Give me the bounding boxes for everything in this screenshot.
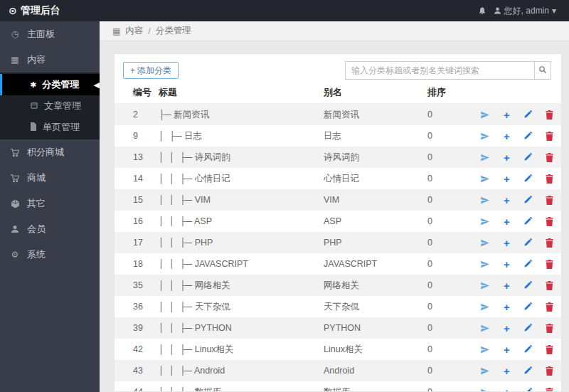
edit-button[interactable] [523, 281, 532, 290]
user-menu[interactable]: 您好, admin ▾ [494, 5, 556, 17]
row-id: 35 [133, 280, 159, 290]
grid-icon: ▦ [112, 26, 120, 36]
edit-button[interactable] [523, 324, 532, 332]
delete-button[interactable] [546, 196, 553, 205]
breadcrumb-current: 分类管理 [156, 25, 191, 37]
sidebar-item-content[interactable]: ▦ 内容 [0, 47, 100, 73]
search-button[interactable] [534, 61, 551, 80]
push-button[interactable] [480, 345, 490, 354]
add-child-button[interactable]: + [504, 344, 510, 355]
bell-icon[interactable] [478, 6, 486, 16]
app-logo[interactable]: ⊙ 管理后台 [0, 4, 100, 17]
cart-icon [10, 174, 20, 183]
edit-button[interactable] [523, 302, 532, 311]
add-child-button[interactable]: + [504, 131, 510, 142]
push-button[interactable] [480, 324, 490, 333]
delete-button[interactable] [546, 174, 553, 184]
row-alias: PHP [324, 238, 427, 248]
edit-button[interactable] [523, 174, 532, 183]
edit-button[interactable] [523, 366, 532, 375]
delete-button[interactable] [546, 217, 553, 226]
sidebar-item-system[interactable]: ⚙ 系统 [0, 242, 100, 267]
add-child-button[interactable]: + [504, 195, 510, 206]
sidebar-item-label: 系统 [27, 248, 46, 261]
edit-button[interactable] [523, 260, 532, 268]
edit-button[interactable] [523, 132, 532, 140]
delete-button[interactable] [546, 281, 553, 290]
paper-plane-icon [480, 153, 490, 162]
add-child-button[interactable]: + [504, 259, 510, 270]
push-button[interactable] [480, 238, 490, 248]
delete-button[interactable] [546, 345, 553, 354]
plus-icon: + [504, 131, 510, 142]
add-child-button[interactable]: + [504, 238, 510, 248]
edit-button[interactable] [523, 153, 532, 161]
delete-button[interactable] [546, 238, 553, 248]
row-sort: 0 [427, 280, 480, 290]
push-button[interactable] [480, 388, 490, 392]
push-button[interactable] [480, 174, 490, 184]
push-button[interactable] [480, 196, 490, 205]
sidebar-item-page-management[interactable]: 单页管理 [0, 117, 100, 138]
row-alias: VIM [324, 195, 427, 205]
edit-button[interactable] [523, 217, 532, 226]
add-child-button[interactable]: + [504, 110, 510, 120]
delete-button[interactable] [546, 388, 553, 392]
row-id: 2 [133, 110, 159, 120]
push-button[interactable] [480, 217, 490, 226]
row-alias: 新闻资讯 [324, 109, 427, 121]
add-child-button[interactable]: + [504, 152, 510, 163]
sidebar-item-dashboard[interactable]: ◷ 主面板 [0, 21, 100, 47]
add-category-button[interactable]: + 添加分类 [123, 62, 179, 79]
delete-button[interactable] [546, 302, 553, 312]
add-child-button[interactable]: + [504, 323, 510, 334]
add-child-button[interactable]: + [504, 280, 510, 291]
edit-button[interactable] [523, 196, 532, 204]
row-sort: 0 [427, 110, 480, 120]
sidebar-item-label: 文章管理 [44, 100, 81, 112]
sidebar-item-mall[interactable]: 商城 [0, 165, 100, 191]
paper-plane-icon [480, 238, 490, 248]
sidebar-item-label: 内容 [27, 53, 46, 66]
table-row: 36 │ │ ├─ 天下杂侃 天下杂侃 0 + [115, 296, 561, 317]
push-button[interactable] [480, 260, 490, 269]
edit-button[interactable] [523, 110, 532, 119]
row-title: │ │ ├─ 网络相关 [159, 280, 324, 292]
delete-button[interactable] [546, 110, 553, 120]
push-button[interactable] [480, 281, 490, 290]
row-id: 17 [133, 238, 159, 248]
push-button[interactable] [480, 132, 490, 141]
paper-plane-icon [480, 388, 490, 392]
add-child-button[interactable]: + [504, 174, 510, 184]
push-button[interactable] [480, 110, 490, 120]
push-button[interactable] [480, 302, 490, 312]
edit-button[interactable] [523, 238, 532, 247]
plus-icon: + [504, 280, 510, 291]
edit-button[interactable] [523, 388, 532, 392]
sidebar-item-category-management[interactable]: ✱ 分类管理 ◀ [0, 74, 100, 95]
plus-icon: + [504, 110, 510, 120]
delete-button[interactable] [546, 260, 553, 269]
delete-button[interactable] [546, 153, 553, 162]
push-button[interactable] [480, 153, 490, 162]
delete-button[interactable] [546, 366, 553, 376]
add-child-button[interactable]: + [504, 366, 510, 376]
pencil-icon [523, 366, 532, 375]
sidebar-item-label: 分类管理 [42, 78, 79, 91]
delete-button[interactable] [546, 324, 553, 333]
add-child-button[interactable]: + [504, 216, 510, 227]
sidebar-item-member[interactable]: 会员 [0, 216, 100, 242]
search-input[interactable] [345, 61, 534, 80]
add-child-button[interactable]: + [504, 387, 510, 392]
paper-plane-icon [480, 345, 490, 354]
edit-button[interactable] [523, 345, 532, 354]
breadcrumb-section[interactable]: 内容 [125, 25, 143, 37]
sidebar-item-other[interactable]: 其它 [0, 191, 100, 216]
row-title: │ │ ├─ 诗风词韵 [159, 152, 324, 164]
add-child-button[interactable]: + [504, 302, 510, 312]
delete-button[interactable] [546, 132, 553, 141]
push-button[interactable] [480, 366, 490, 376]
sidebar-item-points-mall[interactable]: 积分商城 [0, 139, 100, 165]
sidebar-item-article-management[interactable]: 文章管理 [0, 95, 100, 117]
table-row: 42 │ │ ├─ Linux相关 Linux相关 0 + [115, 339, 561, 360]
